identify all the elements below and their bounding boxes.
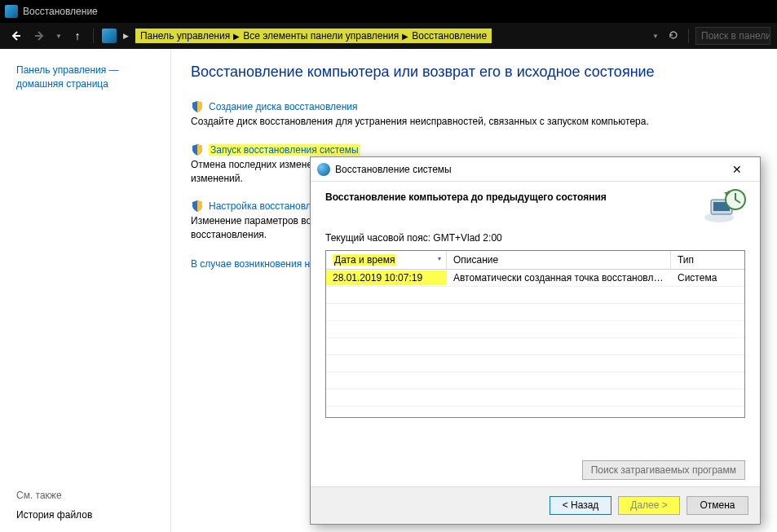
create-recovery-drive-link[interactable]: Создание диска восстановления	[209, 101, 358, 112]
restore-image-icon	[703, 185, 748, 226]
sort-desc-icon: ▾	[438, 255, 441, 262]
cell-desc: Автоматически созданная точка восстановл…	[447, 270, 671, 285]
nav-bar: ▼ ↑ ▶ Панель управления ▶ Все элементы п…	[0, 23, 777, 49]
affected-programs-button[interactable]: Поиск затрагиваемых программ	[582, 460, 745, 480]
arrow-left-icon	[9, 29, 22, 42]
table-row[interactable]	[326, 338, 744, 355]
forward-button[interactable]	[31, 27, 49, 45]
col-desc[interactable]: Описание	[447, 251, 671, 269]
close-button[interactable]: ✕	[721, 160, 753, 179]
cell-date: 28.01.2019 10:07:19	[326, 270, 447, 285]
dialog-body: Восстановление компьютера до предыдущего…	[311, 182, 760, 486]
up-button[interactable]: ↑	[68, 27, 86, 45]
table-row[interactable]	[326, 321, 744, 338]
breadcrumb-sep-root[interactable]: ▶	[123, 32, 129, 40]
system-restore-dialog: Восстановление системы ✕ Восстановление …	[310, 156, 761, 525]
dialog-heading: Восстановление компьютера до предыдущего…	[325, 191, 745, 203]
shield-icon	[191, 100, 204, 113]
app-icon	[5, 5, 18, 18]
dialog-footer: < Назад Далее > Отмена	[311, 486, 760, 524]
shield-icon	[191, 143, 204, 156]
next-wizard-button[interactable]: Далее >	[618, 496, 680, 515]
cell-type: Система	[671, 270, 744, 285]
start-system-restore-link[interactable]: Запуск восстановления системы	[209, 144, 360, 156]
restore-points-table[interactable]: Дата и время▾ Описание Тип 28.01.2019 10…	[325, 250, 745, 418]
crumb-control-panel[interactable]: Панель управления	[140, 30, 230, 42]
separator	[688, 29, 689, 43]
control-panel-home-link[interactable]: Панель управления — домашняя страница	[16, 64, 159, 91]
dialog-title: Восстановление системы	[335, 164, 721, 175]
refresh-button[interactable]	[665, 29, 682, 43]
refresh-icon	[668, 29, 679, 41]
table-row[interactable]	[326, 287, 744, 304]
breadcrumb: Панель управления ▶ Все элементы панели …	[135, 29, 492, 43]
search-placeholder: Поиск в панели	[701, 30, 770, 42]
table-row[interactable]	[326, 304, 744, 321]
create-recovery-drive-desc: Создайте диск восстановления для устране…	[191, 115, 757, 129]
start-system-restore-row: Запуск восстановления системы	[191, 143, 757, 156]
arrow-up-icon: ↑	[74, 29, 80, 42]
page-title: Восстановление компьютера или возврат ег…	[191, 64, 757, 81]
window-titlebar: Восстановление	[0, 0, 777, 23]
crumb-recovery[interactable]: Восстановление	[412, 30, 487, 42]
dialog-titlebar: Восстановление системы ✕	[311, 157, 760, 182]
history-dropdown-icon[interactable]: ▼	[55, 33, 62, 40]
table-header: Дата и время▾ Описание Тип	[326, 251, 744, 270]
create-recovery-drive-row: Создание диска восстановления	[191, 100, 757, 113]
cancel-wizard-button[interactable]: Отмена	[686, 496, 748, 515]
window-title: Восстановление	[23, 6, 98, 17]
sidebar: Панель управления — домашняя страница См…	[0, 49, 171, 532]
col-date[interactable]: Дата и время▾	[326, 251, 447, 269]
table-row[interactable]	[326, 389, 744, 407]
address-dropdown-icon[interactable]: ▼	[652, 33, 659, 40]
chevron-right-icon[interactable]: ▶	[233, 32, 240, 41]
table-row[interactable]	[326, 355, 744, 372]
search-input[interactable]: Поиск в панели	[695, 27, 770, 45]
table-row[interactable]	[326, 372, 744, 389]
restore-icon	[317, 163, 330, 176]
file-history-link[interactable]: История файлов	[16, 509, 159, 521]
col-type[interactable]: Тип	[671, 251, 744, 269]
back-wizard-button[interactable]: < Назад	[550, 496, 611, 515]
chevron-right-icon[interactable]: ▶	[402, 32, 408, 41]
shield-icon	[191, 200, 204, 213]
timezone-label: Текущий часовой пояс: GMT+Vlad 2:00	[325, 232, 745, 244]
table-row[interactable]: 28.01.2019 10:07:19 Автоматически создан…	[326, 270, 744, 287]
see-also-heading: См. также	[16, 490, 159, 501]
table-body: 28.01.2019 10:07:19 Автоматически создан…	[326, 270, 744, 407]
close-icon: ✕	[732, 163, 742, 176]
arrow-right-icon	[33, 29, 46, 42]
address-icon	[102, 29, 117, 43]
separator	[93, 29, 94, 43]
back-button[interactable]	[7, 27, 24, 45]
crumb-all-items[interactable]: Все элементы панели управления	[243, 30, 399, 42]
